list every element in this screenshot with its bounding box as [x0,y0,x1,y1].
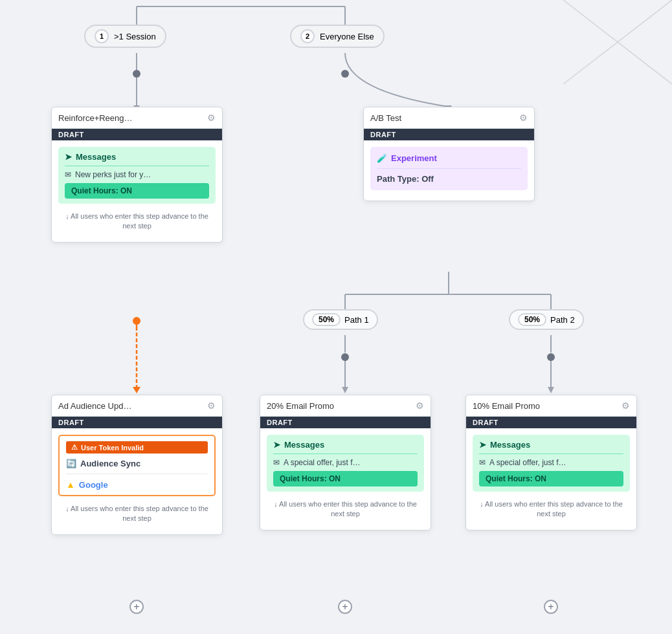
reinforce-quiet-hours: Quiet Hours: ON [65,183,209,199]
add-button-promo-20[interactable]: + [338,600,352,614]
email-promo-20-footer: ↓ All users who enter this step advance … [267,496,424,523]
experiment-block: 🧪 Experiment Path Type: Off [370,147,528,190]
email-promo-10-footer: ↓ All users who enter this step advance … [473,496,630,523]
google-row: ▲ Google [66,479,208,490]
connector-dot-2 [341,70,349,78]
envelope-icon: ✉ [65,170,71,179]
reinforce-message-row: ✉ New perks just for y… [65,170,209,179]
svg-marker-19 [548,387,554,393]
ab-test-header: A/B Test ⚙ [364,107,534,129]
email-promo-20-quiet-hours: Quiet Hours: ON [273,471,418,486]
ad-audience-draft: DRAFT [52,417,222,428]
email-promo-20-messages-block: ➤ Messages ✉ A special offer, just f… Qu… [267,435,424,492]
reinforce-footer: ↓ All users who enter this step advance … [58,208,216,235]
ab-test-gear-icon[interactable]: ⚙ [519,113,528,123]
connector-dot-1 [133,70,140,78]
branch-2-pill[interactable]: 2 Everyone Else [290,25,385,48]
email-promo-10-header: 10% Email Promo ⚙ [466,395,636,417]
orange-connector-dot [133,317,140,325]
email-promo-20-header: 20% Email Promo ⚙ [260,395,431,417]
add-button-ad-audience[interactable]: + [129,600,144,614]
sync-icon: 🔄 [66,459,76,468]
path-2-connector-dot [547,353,555,361]
path-2-pct: 50% [518,313,546,326]
path-type-row: Path Type: Off [377,174,521,184]
plus-icon-3: + [548,601,554,613]
reinforce-title: Reinforce+Reeng… [58,113,133,123]
email-promo-10-draft: DRAFT [466,417,636,428]
email-promo-10-message-row: ✉ A special offer, just f… [479,458,623,467]
ad-audience-header: Ad Audience Upd… ⚙ [52,395,222,417]
path-1-pct: 50% [312,313,341,326]
google-icon: ▲ [66,479,75,490]
add-button-promo-10[interactable]: + [544,600,558,614]
svg-marker-16 [342,387,348,393]
reinforce-gear-icon[interactable]: ⚙ [207,113,216,123]
ab-test-draft: DRAFT [364,129,534,140]
flask-icon: 🧪 [377,153,387,163]
svg-line-20 [563,0,672,84]
email-promo-10-title: 10% Email Promo [473,401,540,411]
email-promo-20-draft: DRAFT [260,417,431,428]
email-promo-10-messages-block: ➤ Messages ✉ A special offer, just f… Qu… [473,435,630,492]
audience-sync-row: 🔄 Audience Sync [66,459,208,474]
send-icon: ➤ [65,152,72,162]
plus-icon-2: + [342,601,348,613]
ad-audience-node: Ad Audience Upd… ⚙ DRAFT ⚠ User Token In… [51,395,223,535]
ad-audience-gear-icon[interactable]: ⚙ [207,400,216,411]
email-promo-10-body: ➤ Messages ✉ A special offer, just f… Qu… [466,428,636,530]
workflow-canvas: 1 >1 Session 2 Everyone Else Reinforce+R… [0,0,672,634]
experiment-title: 🧪 Experiment [377,153,521,169]
ad-audience-body: ⚠ User Token Invalid 🔄 Audience Sync ▲ G… [52,428,222,534]
email-promo-20-gear-icon[interactable]: ⚙ [416,400,424,411]
path-2-pill[interactable]: 50% Path 2 [509,309,584,330]
reinforce-body: ➤ Messages ✉ New perks just for y… Quiet… [52,140,222,242]
ad-audience-footer: ↓ All users who enter this step advance … [58,500,216,528]
reinforce-header: Reinforce+Reeng… ⚙ [52,107,222,129]
email-promo-20-node: 20% Email Promo ⚙ DRAFT ➤ Messages ✉ A s… [260,395,431,530]
audience-sync-block: ⚠ User Token Invalid 🔄 Audience Sync ▲ G… [58,435,216,496]
reinforce-draft: DRAFT [52,129,222,140]
envelope-icon-3: ✉ [479,458,486,467]
email-promo-20-message-row: ✉ A special offer, just f… [273,458,418,467]
branch-1-number: 1 [95,29,109,43]
user-token-invalid-badge: ⚠ User Token Invalid [66,441,208,454]
email-promo-10-messages-title: ➤ Messages [479,440,623,454]
email-promo-10-quiet-hours: Quiet Hours: ON [479,471,623,486]
svg-marker-9 [133,387,140,393]
email-promo-20-title: 20% Email Promo [267,401,334,411]
send-icon-3: ➤ [479,440,486,450]
envelope-icon-2: ✉ [273,458,280,467]
reinforce-node: Reinforce+Reeng… ⚙ DRAFT ➤ Messages ✉ Ne… [51,107,223,243]
send-icon-2: ➤ [273,440,280,450]
email-promo-20-body: ➤ Messages ✉ A special offer, just f… Qu… [260,428,431,530]
reinforce-messages-title: ➤ Messages [65,152,209,166]
email-promo-10-gear-icon[interactable]: ⚙ [622,400,630,411]
path-2-label: Path 2 [550,315,575,325]
branch-2-label: Everyone Else [320,32,374,41]
ab-test-body: 🧪 Experiment Path Type: Off [364,140,534,201]
warning-icon: ⚠ [71,443,78,452]
path-1-label: Path 1 [344,315,369,325]
email-promo-20-messages-title: ➤ Messages [273,440,418,454]
svg-line-21 [563,0,672,84]
branch-2-number: 2 [300,29,315,43]
email-promo-10-node: 10% Email Promo ⚙ DRAFT ➤ Messages ✉ A s… [465,395,637,530]
ab-test-title: A/B Test [370,113,401,123]
branch-1-label: >1 Session [114,32,156,41]
plus-icon: + [133,601,139,613]
reinforce-messages-block: ➤ Messages ✉ New perks just for y… Quiet… [58,147,216,204]
ad-audience-title: Ad Audience Upd… [58,401,131,411]
path-1-connector-dot [341,353,349,361]
path-1-pill[interactable]: 50% Path 1 [303,309,378,330]
branch-1-pill[interactable]: 1 >1 Session [84,25,166,48]
ab-test-node: A/B Test ⚙ DRAFT 🧪 Experiment Path Type:… [363,107,535,201]
